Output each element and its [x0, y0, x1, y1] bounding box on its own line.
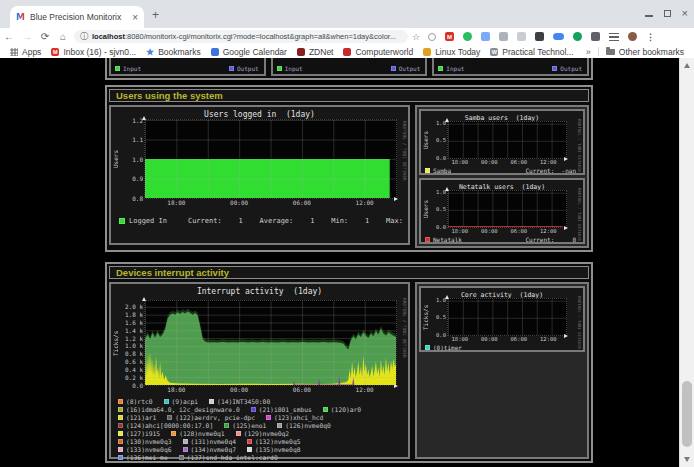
gmail-icon: M — [51, 48, 59, 56]
menu-dots-icon[interactable]: ⋮ — [646, 32, 655, 41]
green-globe-icon[interactable] — [463, 32, 472, 41]
legend-swatch — [118, 399, 123, 404]
maximize-button[interactable] — [664, 10, 671, 17]
y-tick-label: 1.0 — [424, 189, 446, 195]
network-graph-3[interactable]: Input Output — [432, 58, 589, 76]
apps-grid-icon[interactable] — [10, 48, 18, 56]
y-tick-label: 0.0 — [424, 155, 446, 161]
grey-box-icon[interactable] — [499, 32, 508, 41]
bookmark-label: Practical Technol... — [502, 47, 573, 57]
home-icon[interactable]: ⌂ — [54, 31, 72, 42]
page-info-icon[interactable]: ⓘ — [80, 31, 88, 42]
users-logged-in-graph[interactable]: Users logged in (1day) Users RRDTOOL / T… — [109, 105, 410, 245]
avatar[interactable] — [628, 32, 637, 41]
y-tick-label: 1.0 — [117, 156, 143, 163]
legend-swatch — [118, 415, 123, 420]
bookmark-item[interactable]: Google Calendar — [211, 47, 287, 57]
network-graph-1[interactable]: Input Output — [109, 58, 266, 76]
network-graph-2[interactable]: Input Output — [271, 58, 428, 76]
x-tick-label: 00:00 — [230, 386, 248, 393]
y-tick-label: 1.2 — [117, 117, 143, 124]
gmail-extension-icon[interactable]: M — [445, 32, 454, 41]
tune-icon[interactable] — [609, 33, 619, 41]
legend-label: (128)nvme0q1 — [179, 430, 225, 437]
bookmark-star-icon[interactable]: ☆ — [412, 32, 420, 42]
other-bookmarks[interactable]: Other bookmarks — [606, 47, 684, 57]
bookmark-items: MInbox (16) - sjvn0...★BookmarksGoogle C… — [41, 47, 573, 57]
users-plot: 1.21.11.00.90.818:0000:0006:0012:00 — [144, 119, 397, 199]
rrdtool-watermark: RRDTOOL / TOBI OETIKER — [577, 296, 582, 349]
y-tick-label: 0.5 — [424, 137, 446, 143]
legend-swatch — [164, 399, 169, 404]
legend-label: (21)i801_smbus — [259, 406, 312, 413]
section-network-partial: Input Output Input Output Input Output — [105, 58, 593, 80]
samba-users-graph[interactable]: Samba users (1day) Users RRDTOOL / TOBI … — [419, 109, 585, 175]
legend-swatch — [277, 423, 282, 428]
bookmark-item[interactable]: Computerworld — [343, 47, 413, 57]
blue-oval-icon[interactable] — [553, 33, 564, 40]
vertical-scrollbar[interactable] — [679, 58, 694, 467]
bookmark-item[interactable]: ZDNet — [297, 47, 334, 57]
legend-stats: Current: 0 — [525, 236, 576, 243]
scroll-up-icon[interactable] — [684, 63, 690, 68]
monitorix-favicon: M — [16, 12, 25, 22]
reload-icon[interactable]: ⟳ — [36, 31, 54, 42]
light-box-icon[interactable] — [517, 32, 526, 41]
netatalk-plot: 1.00.50.018:0000:0006:0012:00 — [447, 190, 567, 228]
netatalk-users-graph[interactable]: Netatalk users (1day) Users RRDTOOL / TO… — [419, 178, 585, 244]
computerworld-icon — [343, 48, 351, 56]
extensions-puzzle-icon[interactable] — [591, 32, 600, 41]
zdnet-icon — [297, 48, 305, 56]
y-tick-label: 1.4 k — [117, 327, 143, 334]
new-tab-button[interactable]: + — [152, 8, 159, 22]
x-tick-label: 00:00 — [230, 199, 248, 206]
legend-label: (129)nvme0q2 — [244, 430, 290, 437]
scroll-down-icon[interactable] — [684, 457, 690, 462]
legend-label: (135)nvme0q8 — [255, 446, 301, 453]
legend-label: (14)INT3450:00 — [217, 398, 270, 405]
core-activity-graph[interactable]: Core activity (1day) Ticks/s RRDTOOL / T… — [419, 286, 585, 352]
scrollbar-thumb[interactable] — [682, 381, 692, 447]
apps-label[interactable]: Apps — [22, 47, 41, 57]
bookmark-item[interactable]: Linux Today — [423, 47, 480, 57]
legend: Logged In Current: 1 Average: 1 Min: 1 M… — [119, 217, 404, 225]
url-bar: ← → ⟳ ⌂ ⓘ localhost :8080/monitorix-cgi/… — [0, 28, 694, 45]
legend-swatch — [171, 431, 176, 436]
bookmark-label: Inbox (16) - sjvn0... — [63, 47, 136, 57]
y-tick-label: 0.9 — [117, 175, 143, 182]
browser-tab[interactable]: M Blue Precision Monitorix × — [10, 6, 144, 28]
legend-swatch — [224, 423, 229, 428]
search-icon[interactable] — [428, 33, 436, 41]
minimize-button[interactable] — [645, 15, 653, 17]
output-label: Output — [237, 65, 259, 72]
copy-pages-icon[interactable] — [481, 32, 490, 41]
legend: Samba Current: -nan — [425, 167, 576, 174]
address-input[interactable]: ⓘ localhost :8080/monitorix-cgi/monitori… — [74, 30, 408, 43]
close-button[interactable]: × — [682, 9, 688, 17]
bookmark-item[interactable]: WPractical Technol... — [490, 47, 573, 57]
back-icon[interactable]: ← — [0, 31, 18, 42]
legend-label: (134)nvme0q7 — [191, 446, 237, 453]
y-tick-label: 1.2 k — [117, 335, 143, 342]
star-icon: ★ — [146, 48, 154, 56]
legend-label: (125)eno1 — [232, 422, 266, 429]
bookmark-item[interactable]: MInbox (16) - sjvn0... — [51, 47, 136, 57]
bookmarks-overflow-chevron[interactable]: » — [586, 47, 591, 57]
bookmark-item[interactable]: ★Bookmarks — [146, 47, 201, 57]
forward-icon[interactable]: → — [18, 31, 36, 42]
output-swatch — [391, 66, 396, 71]
extension-icons: M⋮ — [428, 32, 655, 41]
legend-row: (127)i915(128)nvme0q1(129)nvme0q2 — [118, 429, 405, 437]
green-circle-icon[interactable] — [573, 32, 582, 41]
x-tick-label: 12:00 — [540, 336, 557, 342]
legend-swatch — [183, 447, 188, 452]
input-swatch — [277, 66, 282, 71]
x-tick-label: 18:00 — [452, 336, 469, 342]
legend-row: (130)nvme0q3(131)nvme0q4(132)nvme0q5 — [118, 437, 405, 445]
tab-close-icon[interactable]: × — [132, 12, 138, 23]
legend-swatch — [118, 455, 123, 460]
section-users: Users using the system Users logged in (… — [105, 85, 593, 252]
y-tick-label: 0.8 — [117, 195, 143, 202]
dark-square-icon[interactable] — [535, 32, 544, 41]
interrupt-activity-graph[interactable]: Interrupt activity (1day) Ticks/s RRDTOO… — [109, 282, 410, 459]
